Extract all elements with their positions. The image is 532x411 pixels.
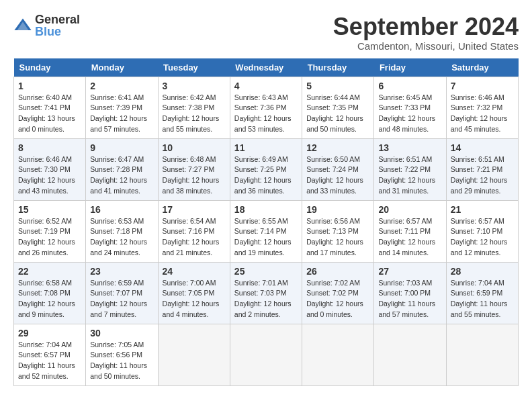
table-row: 8 Sunrise: 6:46 AM Sunset: 7:30 PM Dayli… (14, 138, 86, 200)
day-info: Sunrise: 7:00 AM Sunset: 7:05 PM Dayligh… (163, 278, 226, 320)
day-info: Sunrise: 7:04 AM Sunset: 6:59 PM Dayligh… (451, 278, 514, 320)
table-row: 26 Sunrise: 7:02 AM Sunset: 7:02 PM Dayl… (302, 262, 374, 324)
day-info: Sunrise: 6:53 AM Sunset: 7:18 PM Dayligh… (90, 216, 153, 259)
logo-icon (13, 16, 32, 35)
table-row: 16 Sunrise: 6:53 AM Sunset: 7:18 PM Dayl… (86, 200, 158, 262)
day-number: 2 (90, 81, 153, 91)
col-monday: Monday (86, 58, 158, 77)
day-number: 1 (18, 81, 81, 91)
table-row: 22 Sunrise: 6:58 AM Sunset: 7:08 PM Dayl… (14, 262, 86, 324)
calendar-week-row: 15 Sunrise: 6:52 AM Sunset: 7:19 PM Dayl… (14, 200, 519, 262)
location-title: Camdenton, Missouri, United States (333, 40, 519, 52)
table-row (302, 324, 374, 385)
day-number: 15 (18, 204, 81, 215)
day-number: 19 (306, 204, 369, 215)
day-number: 21 (451, 204, 514, 215)
header-row: Sunday Monday Tuesday Wednesday Thursday… (14, 58, 519, 77)
table-row (158, 324, 230, 385)
day-number: 22 (18, 266, 81, 277)
col-sunday: Sunday (14, 58, 86, 77)
day-info: Sunrise: 6:50 AM Sunset: 7:24 PM Dayligh… (306, 154, 369, 197)
day-info: Sunrise: 6:54 AM Sunset: 7:16 PM Dayligh… (163, 216, 226, 259)
day-number: 12 (306, 142, 369, 153)
table-row: 5 Sunrise: 6:44 AM Sunset: 7:35 PM Dayli… (302, 77, 374, 138)
day-number: 28 (451, 266, 514, 277)
col-wednesday: Wednesday (230, 58, 302, 77)
day-number: 10 (163, 142, 226, 153)
logo-text-general: General (35, 13, 80, 26)
table-row (230, 324, 302, 385)
calendar-week-row: 8 Sunrise: 6:46 AM Sunset: 7:30 PM Dayli… (14, 138, 519, 200)
day-info: Sunrise: 6:40 AM Sunset: 7:41 PM Dayligh… (18, 93, 81, 135)
day-number: 9 (90, 142, 153, 153)
col-thursday: Thursday (302, 58, 374, 77)
day-number: 8 (18, 142, 81, 153)
day-info: Sunrise: 6:47 AM Sunset: 7:28 PM Dayligh… (90, 154, 153, 197)
table-row: 30 Sunrise: 7:05 AM Sunset: 6:56 PM Dayl… (86, 324, 158, 385)
day-info: Sunrise: 6:56 AM Sunset: 7:13 PM Dayligh… (306, 216, 369, 259)
day-info: Sunrise: 6:58 AM Sunset: 7:08 PM Dayligh… (18, 278, 81, 320)
day-number: 18 (234, 204, 298, 215)
table-row: 23 Sunrise: 6:59 AM Sunset: 7:07 PM Dayl… (86, 262, 158, 324)
day-info: Sunrise: 6:51 AM Sunset: 7:21 PM Dayligh… (451, 154, 514, 197)
day-number: 14 (451, 142, 514, 153)
col-friday: Friday (374, 58, 446, 77)
table-row: 24 Sunrise: 7:00 AM Sunset: 7:05 PM Dayl… (158, 262, 230, 324)
table-row: 6 Sunrise: 6:45 AM Sunset: 7:33 PM Dayli… (374, 77, 446, 138)
header: General Blue September 2024 Camdenton, M… (13, 13, 519, 52)
day-number: 23 (90, 266, 153, 277)
day-number: 16 (90, 204, 153, 215)
day-number: 7 (451, 81, 514, 91)
day-info: Sunrise: 7:05 AM Sunset: 6:56 PM Dayligh… (90, 340, 153, 382)
day-number: 27 (378, 266, 441, 277)
table-row: 21 Sunrise: 6:57 AM Sunset: 7:10 PM Dayl… (446, 200, 518, 262)
day-info: Sunrise: 6:57 AM Sunset: 7:11 PM Dayligh… (378, 216, 441, 259)
page-container: General Blue September 2024 Camdenton, M… (13, 13, 519, 386)
logo-text-blue: Blue (35, 26, 80, 38)
col-tuesday: Tuesday (158, 58, 230, 77)
day-info: Sunrise: 6:48 AM Sunset: 7:27 PM Dayligh… (163, 154, 226, 197)
table-row: 4 Sunrise: 6:43 AM Sunset: 7:36 PM Dayli… (230, 77, 302, 138)
table-row: 29 Sunrise: 7:04 AM Sunset: 6:57 PM Dayl… (14, 324, 86, 385)
table-row: 15 Sunrise: 6:52 AM Sunset: 7:19 PM Dayl… (14, 200, 86, 262)
table-row: 14 Sunrise: 6:51 AM Sunset: 7:21 PM Dayl… (446, 138, 518, 200)
table-row (446, 324, 518, 385)
day-info: Sunrise: 7:01 AM Sunset: 7:03 PM Dayligh… (234, 278, 298, 320)
month-title: September 2024 (333, 13, 519, 40)
table-row: 19 Sunrise: 6:56 AM Sunset: 7:13 PM Dayl… (302, 200, 374, 262)
table-row: 7 Sunrise: 6:46 AM Sunset: 7:32 PM Dayli… (446, 77, 518, 138)
col-saturday: Saturday (446, 58, 518, 77)
day-info: Sunrise: 6:59 AM Sunset: 7:07 PM Dayligh… (90, 278, 153, 320)
day-info: Sunrise: 6:46 AM Sunset: 7:30 PM Dayligh… (18, 154, 81, 197)
day-number: 25 (234, 266, 298, 277)
day-info: Sunrise: 7:03 AM Sunset: 7:00 PM Dayligh… (378, 278, 441, 320)
day-info: Sunrise: 6:55 AM Sunset: 7:14 PM Dayligh… (234, 216, 298, 259)
table-row (374, 324, 446, 385)
day-info: Sunrise: 6:45 AM Sunset: 7:33 PM Dayligh… (378, 93, 441, 135)
table-row: 20 Sunrise: 6:57 AM Sunset: 7:11 PM Dayl… (374, 200, 446, 262)
table-row: 1 Sunrise: 6:40 AM Sunset: 7:41 PM Dayli… (14, 77, 86, 138)
table-row: 3 Sunrise: 6:42 AM Sunset: 7:38 PM Dayli… (158, 77, 230, 138)
day-info: Sunrise: 6:42 AM Sunset: 7:38 PM Dayligh… (163, 93, 226, 135)
day-info: Sunrise: 6:52 AM Sunset: 7:19 PM Dayligh… (18, 216, 81, 259)
day-number: 4 (234, 81, 298, 91)
table-row: 10 Sunrise: 6:48 AM Sunset: 7:27 PM Dayl… (158, 138, 230, 200)
day-number: 3 (163, 81, 226, 91)
day-number: 17 (163, 204, 226, 215)
day-number: 30 (90, 328, 153, 338)
day-info: Sunrise: 6:57 AM Sunset: 7:10 PM Dayligh… (451, 216, 514, 259)
calendar-week-row: 1 Sunrise: 6:40 AM Sunset: 7:41 PM Dayli… (14, 77, 519, 138)
day-info: Sunrise: 7:04 AM Sunset: 6:57 PM Dayligh… (18, 340, 81, 382)
day-number: 26 (306, 266, 369, 277)
table-row: 9 Sunrise: 6:47 AM Sunset: 7:28 PM Dayli… (86, 138, 158, 200)
day-info: Sunrise: 6:49 AM Sunset: 7:25 PM Dayligh… (234, 154, 298, 197)
table-row: 11 Sunrise: 6:49 AM Sunset: 7:25 PM Dayl… (230, 138, 302, 200)
day-number: 13 (378, 142, 441, 153)
day-number: 24 (163, 266, 226, 277)
title-section: September 2024 Camdenton, Missouri, Unit… (333, 13, 519, 52)
table-row: 18 Sunrise: 6:55 AM Sunset: 7:14 PM Dayl… (230, 200, 302, 262)
day-number: 11 (234, 142, 298, 153)
day-info: Sunrise: 7:02 AM Sunset: 7:02 PM Dayligh… (306, 278, 369, 320)
day-info: Sunrise: 6:43 AM Sunset: 7:36 PM Dayligh… (234, 93, 298, 135)
table-row: 2 Sunrise: 6:41 AM Sunset: 7:39 PM Dayli… (86, 77, 158, 138)
